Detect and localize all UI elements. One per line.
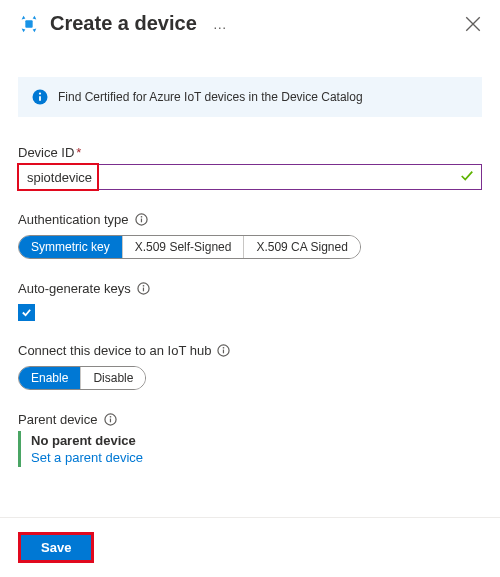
parent-device-label: Parent device	[18, 412, 482, 427]
set-parent-link[interactable]: Set a parent device	[31, 450, 482, 465]
close-button[interactable]	[464, 15, 482, 33]
panel-content: Find Certified for Azure IoT devices in …	[0, 41, 500, 467]
highlight-box: Save	[18, 532, 94, 563]
panel-footer: Save	[0, 517, 500, 577]
connect-hub-label: Connect this device to an IoT hub	[18, 343, 482, 358]
hint-icon[interactable]	[104, 413, 117, 426]
svg-rect-0	[25, 20, 32, 27]
auth-type-label: Authentication type	[18, 212, 482, 227]
info-banner: Find Certified for Azure IoT devices in …	[18, 77, 482, 117]
required-mark: *	[76, 145, 81, 160]
parent-device-status: No parent device	[31, 433, 482, 448]
connect-option-enable[interactable]: Enable	[19, 367, 80, 389]
save-button[interactable]: Save	[21, 535, 91, 560]
hint-icon[interactable]	[135, 213, 148, 226]
panel-title: Create a device	[50, 12, 197, 35]
connect-option-disable[interactable]: Disable	[80, 367, 145, 389]
parent-device-block: No parent device Set a parent device	[18, 431, 482, 467]
more-button[interactable]: …	[213, 16, 228, 32]
device-id-input[interactable]	[18, 164, 482, 190]
info-icon	[32, 89, 48, 105]
autogen-checkbox[interactable]	[18, 304, 35, 321]
auth-type-segmented: Symmetric key X.509 Self-Signed X.509 CA…	[18, 235, 361, 259]
svg-rect-8	[143, 288, 144, 292]
info-banner-text: Find Certified for Azure IoT devices in …	[58, 90, 363, 104]
svg-point-9	[142, 285, 144, 287]
device-id-label: Device ID *	[18, 145, 482, 160]
svg-point-15	[109, 416, 111, 418]
svg-point-12	[223, 347, 225, 349]
svg-rect-14	[109, 419, 110, 423]
svg-rect-11	[223, 350, 224, 354]
connect-hub-segmented: Enable Disable	[18, 366, 146, 390]
autogen-label: Auto-generate keys	[18, 281, 482, 296]
hint-icon[interactable]	[217, 344, 230, 357]
auth-option-casigned[interactable]: X.509 CA Signed	[243, 236, 359, 258]
hint-icon[interactable]	[137, 282, 150, 295]
device-icon	[18, 13, 40, 35]
check-icon	[460, 169, 474, 183]
svg-point-3	[39, 93, 41, 95]
auth-option-symmetric[interactable]: Symmetric key	[19, 236, 122, 258]
svg-point-6	[140, 216, 142, 218]
svg-rect-5	[140, 219, 141, 223]
panel-header: Create a device …	[0, 0, 500, 41]
svg-rect-2	[39, 96, 41, 101]
auth-option-selfsigned[interactable]: X.509 Self-Signed	[122, 236, 244, 258]
